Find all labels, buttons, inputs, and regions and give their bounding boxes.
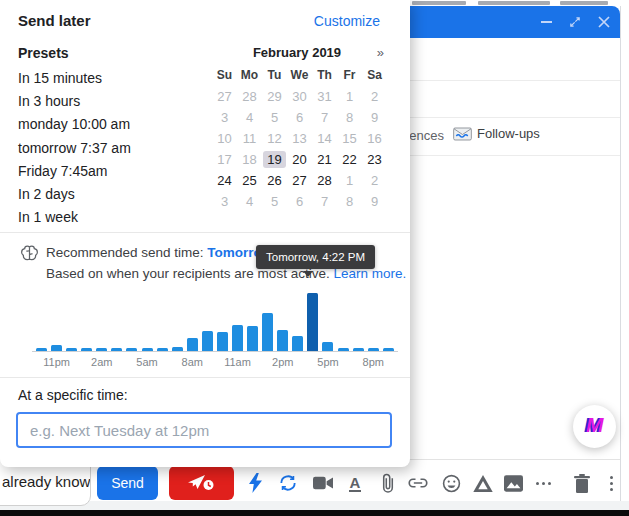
body-text-fragment: already know (2, 473, 90, 490)
send-later-popup: Send later Customize Presets In 15 minut… (0, 0, 410, 467)
calendar-day: 11 (237, 128, 262, 149)
followups-label: Follow-ups (477, 126, 540, 141)
calendar-day[interactable]: 21 (312, 149, 337, 170)
calendar-day: 3 (212, 107, 237, 128)
calendar-day: 8 (337, 107, 362, 128)
histogram-bar-column (111, 290, 122, 351)
customize-link[interactable]: Customize (314, 13, 380, 29)
histogram-bar-column: 5am (142, 290, 153, 351)
histogram-bar[interactable] (322, 342, 333, 351)
histogram-bar-column (36, 290, 47, 351)
specific-time-input[interactable] (18, 414, 390, 446)
calendar-day: 14 (312, 128, 337, 149)
expand-icon[interactable] (567, 14, 583, 30)
calendar-day-headers: SuMoTuWeThFrSa (212, 67, 387, 83)
next-month-icon[interactable]: » (377, 45, 384, 60)
calendar-day: 6 (287, 107, 312, 128)
calendar-day: 2 (362, 86, 387, 107)
attach-file-icon[interactable] (378, 473, 398, 493)
histogram-bar-column: 8am (187, 290, 198, 351)
histogram-bar-column (126, 290, 137, 351)
calendar-day: 5 (262, 191, 287, 212)
calendar-day: 4 (237, 107, 262, 128)
histogram-bar-column (338, 290, 349, 351)
histogram-bar[interactable] (202, 331, 213, 351)
minimize-icon[interactable] (538, 14, 554, 30)
preset-item[interactable]: In 3 hours (18, 89, 131, 112)
insert-image-icon[interactable] (503, 473, 523, 493)
calendar-day[interactable]: 23 (362, 149, 387, 170)
more-options-icon[interactable] (533, 473, 553, 493)
kebab-menu-icon[interactable] (601, 473, 621, 493)
calendar-day: 7 (312, 107, 337, 128)
send-button[interactable]: Send (97, 466, 158, 500)
divider (0, 377, 410, 378)
histogram-bar-column (172, 290, 183, 351)
calendar-day[interactable]: 20 (287, 149, 312, 170)
histogram-bar[interactable] (217, 332, 228, 351)
video-camera-icon[interactable] (313, 473, 333, 493)
insert-link-icon[interactable] (408, 473, 428, 493)
calendar-day: 7 (312, 191, 337, 212)
histogram-axis (32, 351, 398, 352)
histogram-bar-column (262, 290, 273, 351)
drive-icon[interactable] (473, 473, 493, 493)
clipped-text-fragment (560, 1, 608, 5)
mixmax-lightning-icon[interactable] (245, 473, 265, 493)
histogram-bar-column: 11pm (51, 290, 62, 351)
calendar-day-header: Su (212, 67, 237, 83)
divider (0, 232, 410, 233)
preset-item[interactable]: tomorrow 7:37 am (18, 136, 131, 159)
calendar-day[interactable]: 22 (337, 149, 362, 170)
emoji-icon[interactable] (441, 473, 461, 493)
specific-time-label: At a specific time: (18, 387, 128, 403)
calendar-day: 5 (262, 107, 287, 128)
specific-time-field (16, 412, 392, 448)
calendar-day[interactable]: 25 (237, 170, 262, 191)
calendar-day-header: Th (312, 67, 337, 83)
histogram-bar[interactable] (232, 325, 243, 351)
axis-tick-label: 8pm (363, 356, 384, 368)
histogram-bar[interactable] (247, 326, 258, 351)
histogram-bar[interactable] (187, 338, 198, 351)
trash-icon[interactable] (572, 473, 592, 493)
calendar-day: 4 (237, 191, 262, 212)
calendar-day: 3 (212, 191, 237, 212)
close-icon[interactable] (596, 14, 612, 30)
followups-chip[interactable]: Follow-ups (453, 126, 540, 141)
preset-item[interactable]: In 1 week (18, 206, 131, 229)
screen: uences Follow-ups already know Send A (0, 0, 629, 516)
clipped-text-fragment (478, 1, 550, 5)
preset-item[interactable]: In 15 minutes (18, 66, 131, 89)
calendar-day[interactable]: 27 (287, 170, 312, 191)
histogram-bar[interactable] (277, 330, 288, 351)
calendar-day-header: Mo (237, 67, 262, 83)
preset-item[interactable]: monday 10:00 am (18, 113, 131, 136)
histogram-bar[interactable] (262, 313, 273, 351)
histogram-bar-column (81, 290, 92, 351)
calendar-day: 31 (312, 86, 337, 107)
preset-item[interactable]: In 2 days (18, 182, 131, 205)
calendar-day: 12 (262, 128, 287, 149)
text-format-icon[interactable]: A (345, 473, 365, 493)
sync-icon[interactable] (278, 473, 298, 493)
calendar-day[interactable]: 28 (312, 170, 337, 191)
send-later-button[interactable] (169, 466, 234, 500)
brain-icon (19, 243, 40, 264)
histogram-bar-column: 11am (232, 290, 243, 351)
calendar-day[interactable]: 24 (212, 170, 237, 191)
histogram-bar-column: 5pm (322, 290, 333, 351)
calendar-day[interactable]: 26 (262, 170, 287, 191)
calendar-day-selected[interactable]: 19 (262, 149, 287, 170)
preset-item[interactable]: Friday 7:45am (18, 159, 131, 182)
calendar-day-header: Tu (262, 67, 287, 83)
mixmax-fab[interactable]: M M (573, 405, 616, 448)
tooltip-caret (303, 271, 313, 277)
compose-field-divider (399, 117, 620, 118)
calendar-day: 2 (362, 170, 387, 191)
histogram-bar[interactable] (292, 336, 303, 351)
calendar-day: 6 (287, 191, 312, 212)
mixmax-logo: M (586, 413, 604, 437)
histogram-bar-recommended[interactable] (307, 293, 318, 351)
calendar-day: 30 (287, 86, 312, 107)
